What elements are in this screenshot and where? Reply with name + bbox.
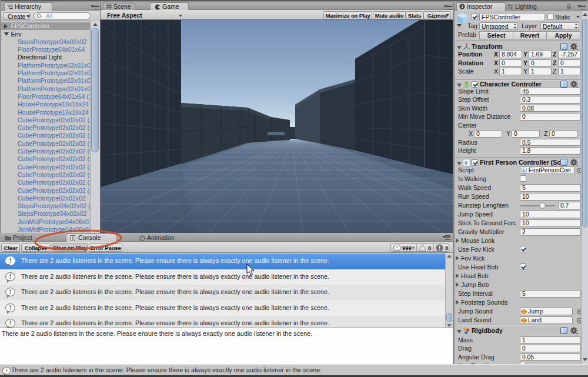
svg-text:#: # bbox=[523, 169, 525, 173]
svg-text:#: # bbox=[465, 160, 467, 166]
